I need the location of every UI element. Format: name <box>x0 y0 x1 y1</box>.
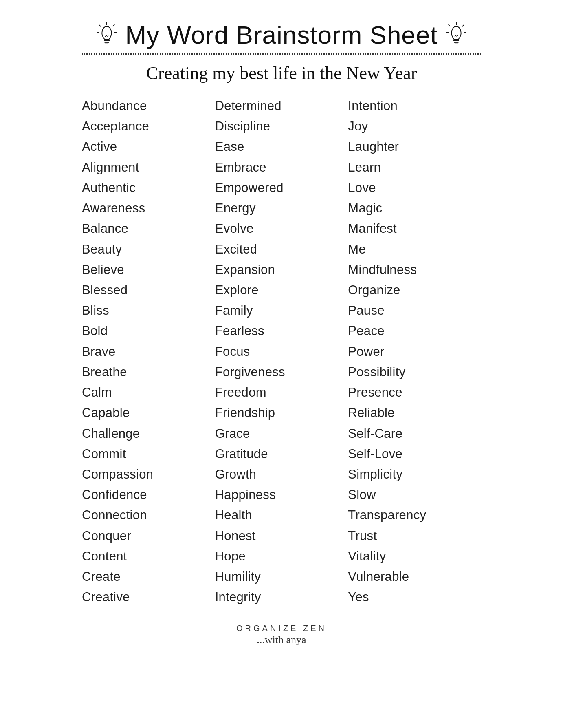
word-item: Joy <box>348 116 481 137</box>
column-2: DeterminedDisciplineEaseEmbraceEmpowered… <box>215 96 348 607</box>
word-item: Abundance <box>82 96 215 116</box>
word-item: Forgiveness <box>215 362 348 382</box>
word-item: Challenge <box>82 424 215 444</box>
word-item: Yes <box>348 587 481 607</box>
svg-line-1 <box>99 24 101 26</box>
word-item: Intention <box>348 96 481 116</box>
word-item: Active <box>82 137 215 157</box>
word-item: Authentic <box>82 178 215 198</box>
word-item: Confidence <box>82 485 215 505</box>
word-item: Vulnerable <box>348 567 481 587</box>
word-item: Integrity <box>215 587 348 607</box>
word-item: Conquer <box>82 526 215 546</box>
word-item: Bold <box>82 321 215 341</box>
word-item: Alignment <box>82 157 215 178</box>
word-item: Humility <box>215 567 348 587</box>
header: My Word Brainstorm Sheet <box>82 20 481 49</box>
word-item: Honest <box>215 526 348 546</box>
word-item: Slow <box>348 485 481 505</box>
words-grid: AbundanceAcceptanceActiveAlignmentAuthen… <box>82 96 481 607</box>
word-item: Mindfulness <box>348 260 481 280</box>
column-1: AbundanceAcceptanceActiveAlignmentAuthen… <box>82 96 215 607</box>
divider <box>82 53 481 55</box>
word-item: Fearless <box>215 321 348 341</box>
word-item: Family <box>215 300 348 321</box>
word-item: Pause <box>348 300 481 321</box>
word-item: Hope <box>215 546 348 567</box>
word-item: Capable <box>82 403 215 423</box>
word-item: Create <box>82 567 215 587</box>
word-item: Empowered <box>215 178 348 198</box>
footer: ORGANIZE ZEN ...with anya <box>82 624 481 646</box>
word-item: Simplicity <box>348 464 481 485</box>
word-item: Compassion <box>82 464 215 485</box>
word-item: Grace <box>215 424 348 444</box>
word-item: Commit <box>82 444 215 464</box>
word-item: Excited <box>215 239 348 260</box>
word-item: Peace <box>348 321 481 341</box>
word-item: Organize <box>348 280 481 300</box>
word-item: Health <box>215 505 348 525</box>
word-item: Expansion <box>215 260 348 280</box>
word-item: Reliable <box>348 403 481 423</box>
word-item: Brave <box>82 342 215 362</box>
word-item: Learn <box>348 157 481 178</box>
word-item: Connection <box>82 505 215 525</box>
word-item: Acceptance <box>82 116 215 137</box>
word-item: Calm <box>82 382 215 403</box>
word-item: Evolve <box>215 218 348 239</box>
word-item: Energy <box>215 198 348 218</box>
word-item: Magic <box>348 198 481 218</box>
bulb-left-icon <box>92 21 121 49</box>
word-item: Happiness <box>215 485 348 505</box>
word-item: Content <box>82 546 215 567</box>
word-item: Discipline <box>215 116 348 137</box>
word-item: Believe <box>82 260 215 280</box>
page: My Word Brainstorm Sheet Creating my bes… <box>57 0 506 671</box>
page-title: My Word Brainstorm Sheet <box>125 20 438 49</box>
word-item: Transparency <box>348 505 481 525</box>
word-item: Breathe <box>82 362 215 382</box>
word-item: Presence <box>348 382 481 403</box>
word-item: Beauty <box>82 239 215 260</box>
svg-line-11 <box>448 24 450 26</box>
word-item: Trust <box>348 526 481 546</box>
word-item: Focus <box>215 342 348 362</box>
bulb-right-icon <box>442 21 471 49</box>
word-item: Balance <box>82 218 215 239</box>
word-item: Me <box>348 239 481 260</box>
word-item: Growth <box>215 464 348 485</box>
footer-brand: ORGANIZE ZEN <box>82 624 481 633</box>
word-item: Explore <box>215 280 348 300</box>
word-item: Gratitude <box>215 444 348 464</box>
svg-line-12 <box>462 24 464 26</box>
word-item: Self-Love <box>348 444 481 464</box>
column-3: IntentionJoyLaughterLearnLoveMagicManife… <box>348 96 481 607</box>
word-item: Manifest <box>348 218 481 239</box>
word-item: Embrace <box>215 157 348 178</box>
word-item: Determined <box>215 96 348 116</box>
word-item: Blessed <box>82 280 215 300</box>
svg-line-2 <box>113 24 115 26</box>
word-item: Possibility <box>348 362 481 382</box>
word-item: Laughter <box>348 137 481 157</box>
word-item: Self-Care <box>348 424 481 444</box>
word-item: Ease <box>215 137 348 157</box>
word-item: Creative <box>82 587 215 607</box>
word-item: Love <box>348 178 481 198</box>
subtitle: Creating my best life in the New Year <box>82 63 481 84</box>
word-item: Freedom <box>215 382 348 403</box>
footer-sub: ...with anya <box>82 634 481 646</box>
word-item: Vitality <box>348 546 481 567</box>
word-item: Friendship <box>215 403 348 423</box>
word-item: Power <box>348 342 481 362</box>
word-item: Bliss <box>82 300 215 321</box>
word-item: Awareness <box>82 198 215 218</box>
